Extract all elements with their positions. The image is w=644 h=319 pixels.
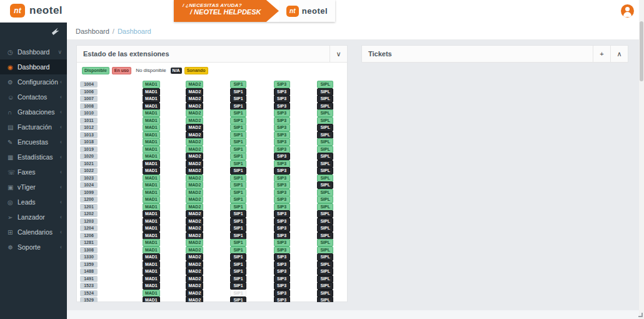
extension-row: 1004MAD1MAD2SIP1SIP3SIPL: [77, 77, 347, 84]
extension-row: 1008MAD1MAD2SIP1SIP3SIPL: [77, 99, 347, 106]
tickets-collapse-button[interactable]: ∧: [610, 46, 628, 62]
chevron-left-icon: ‹: [60, 109, 62, 115]
extension-row: 1524MAD1MAD2SIP1SIP3SIPL: [77, 286, 347, 293]
extension-row: 1308MAD1MAD2SIP1SIP3SIPL: [77, 243, 347, 250]
sidebar-item-lanzador[interactable]: ➢Lanzador‹: [0, 210, 67, 225]
extension-row: 1491MAD1MAD2SIP1SIP3SIPL: [77, 271, 347, 279]
extension-row: 1523MAD1MAD2SIP1SIP3SIPL: [77, 278, 347, 286]
extension-row: 1359MAD1MAD2SIP1SIP3SIPL: [77, 257, 347, 265]
chevron-down-icon: ∨: [58, 49, 62, 55]
chevron-left-icon: ‹: [60, 214, 62, 220]
extension-row: 1529MAD1MAD2SIP1SIP3SIPL: [77, 293, 347, 300]
chevron-left-icon: ‹: [60, 199, 62, 205]
legend-na: N/A: [171, 68, 182, 74]
chevron-up-icon: ∧: [616, 50, 621, 58]
sidebar-item-facturacion[interactable]: ▤Facturación‹: [0, 119, 67, 134]
breadcrumb-current[interactable]: Dashboard: [118, 28, 151, 35]
sidebar-item-label: Calendarios: [18, 228, 60, 236]
support-icon: ☸: [8, 244, 18, 251]
document-icon: ▤: [8, 124, 18, 131]
extension-row: 1202MAD1MAD2SIP1SIP3SIPL: [77, 206, 347, 214]
chevron-left-icon: ‹: [60, 139, 62, 145]
clipboard-icon: ✎: [8, 139, 18, 146]
legend-inuse: En uso: [112, 67, 131, 74]
neotel-logo[interactable]: nt neotel: [10, 4, 63, 18]
tickets-add-button[interactable]: +: [593, 46, 610, 62]
sidebar-item-configuracion[interactable]: ⚙Configuración‹: [0, 74, 67, 89]
vertical-scrollbar[interactable]: [639, 0, 644, 319]
target-icon: ◎: [8, 199, 18, 206]
extension-row: 1024MAD1MAD2SIP1SIP3SIPL: [77, 178, 347, 185]
breadcrumb-parent[interactable]: Dashboard: [76, 28, 109, 35]
sidebar-item-label: Dashboard: [18, 48, 58, 56]
legend-plain: No disponible: [134, 68, 168, 74]
extension-row: 1281MAD1MAD2SIP1SIP3SIPL: [77, 235, 347, 243]
banner-line1: / ¿NECESITAS AYUDA?: [183, 3, 279, 8]
status-legend: DisponibleEn usoNo disponibleN/ASonando: [77, 65, 347, 77]
user-avatar[interactable]: [621, 4, 634, 18]
banner-brand-text: neotel: [302, 6, 328, 16]
extension-row: 1530MAD1MAD2SIP1SIP3SIPL: [77, 300, 347, 303]
gear-icon: ⚙: [8, 79, 18, 86]
gauge-icon: ◷: [8, 49, 18, 56]
chevron-left-icon: ‹: [60, 79, 62, 85]
footer-strip: [67, 310, 639, 319]
scrollbar-thumb[interactable]: [640, 21, 643, 81]
sidebar: ◷Dashboard∨◉Dashboard⚙Configuración‹☺Con…: [0, 23, 67, 319]
extensions-collapse-button[interactable]: ∨: [330, 46, 347, 62]
chevron-left-icon: ‹: [60, 169, 62, 175]
plus-icon: +: [600, 50, 603, 58]
sidebar-item-faxes[interactable]: ☏Faxes‹: [0, 165, 67, 180]
chevron-down-icon: ∨: [336, 50, 341, 58]
chevron-left-icon: ‹: [60, 184, 62, 190]
sidebar-item-leads[interactable]: ◎Leads‹: [0, 195, 67, 210]
extension-row: 1020MAD1MAD2SIP1SIP3SIPL: [77, 149, 347, 156]
sidebar-item-vtiger[interactable]: ▣vTiger‹: [0, 180, 67, 195]
extensions-table: 1004MAD1MAD2SIP1SIP3SIPL1006MAD1MAD2SIP1…: [77, 77, 347, 302]
dot-circle-icon: ◉: [8, 64, 18, 71]
wing-toggle-icon: [50, 26, 61, 36]
extension-row: 1203MAD1MAD2SIP1SIP3SIPL: [77, 214, 347, 221]
extension-row: 1099MAD1MAD2SIP1SIP3SIPL: [77, 185, 347, 193]
sidebar-item-label: Contactos: [18, 93, 60, 101]
top-header: nt neotel / ¿NECESITAS AYUDA? / NEOTEL H…: [0, 0, 644, 23]
chevron-left-icon: ‹: [60, 244, 62, 250]
extension-row: 1010MAD1MAD2SIP1SIP3SIPL: [77, 106, 347, 113]
sidebar-item-grabaciones[interactable]: ∩Grabaciones‹: [0, 104, 67, 119]
scroll-corner-icon: [638, 313, 643, 317]
fax-icon: ☏: [8, 169, 18, 176]
extension-row: 1022MAD1MAD2SIP1SIP3SIPL: [77, 163, 347, 171]
sidebar-item-dashboard[interactable]: ◷Dashboard∨: [0, 44, 67, 59]
banner-brand: nt neotel: [279, 0, 335, 22]
sidebar-item-dashboard-sub[interactable]: ◉Dashboard: [0, 59, 67, 74]
sidebar-item-label: Estadísticas: [18, 153, 60, 161]
cube-icon: ▣: [8, 184, 18, 191]
extension-row: 1201MAD1MAD2SIP1SIP3SIPL: [77, 200, 347, 207]
extension-row: 1018MAD1MAD2SIP1SIP3SIPL: [77, 134, 347, 142]
helpdesk-banner[interactable]: / ¿NECESITAS AYUDA? / NEOTEL HELPDESK nt…: [174, 0, 335, 22]
extension-row: 1006MAD1MAD2SIP1SIP3SIPL: [77, 84, 347, 92]
sidebar-toggle[interactable]: [0, 23, 67, 40]
sidebar-item-label: vTiger: [18, 183, 60, 191]
legend-available: Disponible: [82, 67, 109, 74]
sidebar-item-soporte[interactable]: ☸Soporte‹: [0, 240, 67, 255]
chevron-left-icon: ‹: [60, 154, 62, 160]
extension-row: 1204MAD1MAD2SIP1SIP3SIPL: [77, 221, 347, 228]
chevron-left-icon: ‹: [60, 94, 62, 100]
extension-row: 1023MAD1MAD2SIP1SIP3SIPL: [77, 171, 347, 178]
chevron-left-icon: ‹: [60, 124, 62, 130]
sidebar-item-calendarios[interactable]: ⊞Calendarios‹: [0, 225, 67, 240]
sidebar-item-encuestas[interactable]: ✎Encuestas‹: [0, 134, 67, 149]
neotel-logo-text: neotel: [29, 4, 63, 17]
chevron-left-icon: ‹: [60, 229, 62, 235]
extensions-panel-body: DisponibleEn usoNo disponibleN/ASonando …: [77, 63, 347, 302]
sidebar-item-estadisticas[interactable]: ▦Estadísticas‹: [0, 149, 67, 165]
helpdesk-banner-arrow: / ¿NECESITAS AYUDA? / NEOTEL HELPDESK: [174, 0, 279, 22]
extension-row: 1019MAD1MAD2SIP1SIP3SIPL: [77, 142, 347, 149]
tickets-panel-title: Tickets: [362, 50, 593, 58]
extensions-panel-title: Estado de las extensiones: [77, 50, 330, 58]
legend-ringing: Sonando: [184, 67, 208, 74]
sidebar-item-contactos[interactable]: ☺Contactos‹: [0, 89, 67, 104]
banner-line2: / NEOTEL HELPDESK: [183, 8, 279, 16]
sidebar-item-label: Lanzador: [18, 213, 60, 221]
